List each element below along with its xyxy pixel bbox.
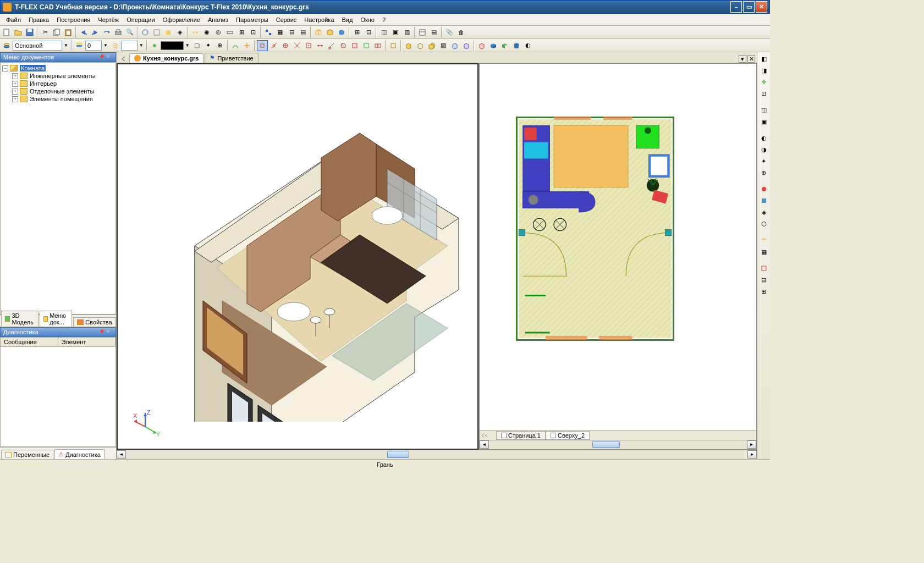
snap12-icon[interactable] (388, 40, 399, 51)
box2-icon[interactable] (415, 40, 426, 51)
tool-snap-icon[interactable]: ⊡ (363, 27, 374, 38)
tool2-c-icon[interactable]: ✦ (203, 40, 214, 51)
menu-view[interactable]: Вид (338, 15, 357, 24)
rtool-11-icon[interactable] (758, 184, 769, 195)
snap7-icon[interactable] (326, 40, 337, 51)
tab-diagnostics[interactable]: ⚠Диагностика (54, 449, 105, 459)
tool-vars-icon[interactable] (417, 27, 428, 38)
layer-name-input[interactable] (13, 41, 62, 51)
tree-item[interactable]: +Элементы помещения (2, 95, 114, 103)
menu-design[interactable]: Оформление (159, 15, 204, 24)
tool-calc-icon[interactable]: ▤ (428, 27, 439, 38)
tool-x1-icon[interactable]: ◫ (378, 27, 389, 38)
tool-e-icon[interactable] (190, 27, 201, 38)
menu-edit[interactable]: Правка (25, 15, 53, 24)
box7-icon[interactable] (476, 40, 487, 51)
tab-variables[interactable]: Переменные (1, 450, 53, 459)
rtool-7-icon[interactable]: ◐ (758, 133, 769, 143)
menu-analysis[interactable]: Анализ (204, 15, 232, 24)
rtool-1-icon[interactable]: ◧ (758, 53, 769, 64)
tool-a-icon[interactable] (140, 27, 151, 38)
box10-icon[interactable] (511, 40, 522, 51)
save-icon[interactable] (24, 27, 35, 38)
layer-num-input[interactable] (85, 41, 102, 51)
tool2-d-icon[interactable]: ⊕ (215, 40, 226, 51)
pin-icon[interactable]: 📌 (98, 329, 105, 335)
rtool-13-icon[interactable]: ◈ (758, 207, 769, 218)
tool-grid-icon[interactable]: ⊞ (351, 27, 362, 38)
redo2-icon[interactable] (101, 27, 112, 38)
menu-help[interactable]: ? (378, 15, 389, 24)
diag-col-element[interactable]: Элемент (58, 338, 116, 346)
tool-x2-icon[interactable]: ▣ (390, 27, 401, 38)
rtool-10-icon[interactable]: ⊕ (758, 167, 769, 178)
menu-drawing[interactable]: Чертёж (94, 15, 123, 24)
color-swatch[interactable] (161, 41, 184, 50)
close-panel-icon[interactable]: ✕ (106, 329, 113, 335)
menu-settings[interactable]: Настройка (300, 15, 338, 24)
2d-plan-view[interactable] (480, 64, 756, 430)
tab-menu-icon[interactable]: ▾ (739, 55, 746, 63)
tool-g-icon[interactable]: ◎ (213, 27, 224, 38)
snap1-icon[interactable] (257, 40, 268, 51)
close-button[interactable]: ✕ (756, 1, 767, 13)
doc-tab-active[interactable]: Кухня_конкурс.grs (129, 53, 204, 63)
page-tab-top[interactable]: Сверху_2 (546, 431, 590, 440)
tool-i-icon[interactable]: ⊞ (236, 27, 247, 38)
rtool-5-icon[interactable]: ◫ (758, 104, 769, 115)
pin-icon[interactable]: 📌 (98, 54, 105, 60)
box8-icon[interactable] (488, 40, 499, 51)
menu-service[interactable]: Сервис (272, 15, 301, 24)
rtool-8-icon[interactable]: ◑ (758, 144, 769, 155)
box6-icon[interactable] (461, 40, 472, 51)
tool-m-icon[interactable]: ⊟ (286, 27, 297, 38)
snap10-icon[interactable] (361, 40, 372, 51)
cut-icon[interactable]: ✂ (40, 27, 51, 38)
doc-tab-welcome[interactable]: ⚑Приветствие (205, 53, 258, 63)
menu-file[interactable]: Файл (2, 15, 25, 24)
close-panel-icon[interactable]: ✕ (106, 54, 113, 60)
tab-properties[interactable]: Свойства (73, 317, 116, 327)
snap9-icon[interactable] (349, 40, 360, 51)
tool-x3-icon[interactable]: ▨ (402, 27, 413, 38)
snap2-icon[interactable] (268, 40, 279, 51)
layer-list-icon[interactable] (74, 40, 85, 51)
tab-close-icon[interactable]: ✕ (747, 55, 755, 63)
rtool-16-icon[interactable]: ▦ (758, 246, 769, 257)
paste-icon[interactable] (63, 27, 74, 38)
tool-del-icon[interactable]: 🗑 (455, 27, 466, 38)
tree-item[interactable]: +Интерьер (2, 80, 114, 87)
rtool-2-icon[interactable]: ◨ (758, 65, 769, 76)
bullet-icon[interactable] (149, 40, 160, 51)
tree-root[interactable]: −Комната (2, 64, 114, 72)
tool-wireframe-icon[interactable] (313, 27, 324, 38)
box4-icon[interactable]: ▧ (438, 40, 449, 51)
tool-k-icon[interactable] (263, 27, 274, 38)
tab-doc-menu[interactable]: Меню док... (40, 311, 72, 327)
menu-operations[interactable]: Операции (123, 15, 158, 24)
rtool-9-icon[interactable]: ✦ (758, 156, 769, 167)
snap5-icon[interactable] (303, 40, 314, 51)
box1-icon[interactable] (403, 40, 414, 51)
tool-d-icon[interactable]: ◈ (174, 27, 185, 38)
tool-j-icon[interactable]: ⊡ (248, 27, 258, 38)
menu-constructions[interactable]: Построения (53, 15, 94, 24)
print-icon[interactable] (113, 27, 124, 38)
tool-h-icon[interactable] (224, 27, 235, 38)
page-tab-1[interactable]: Страница 1 (496, 431, 546, 440)
rtool-15-icon[interactable] (758, 235, 769, 246)
tree-item[interactable]: +Отделочные элементы (2, 87, 114, 95)
tool-f-icon[interactable]: ◉ (201, 27, 212, 38)
tool-attach-icon[interactable]: 📎 (444, 27, 455, 38)
tree-item[interactable]: +Инженерные элементы (2, 72, 114, 80)
tab-3d-model[interactable]: 3D Модель (1, 311, 38, 327)
snap11-icon[interactable] (372, 40, 383, 51)
rtool-17-icon[interactable] (758, 263, 769, 274)
tool-b-icon[interactable] (151, 27, 162, 38)
menu-parameters[interactable]: Параметры (232, 15, 272, 24)
diag-col-message[interactable]: Сообщение (1, 338, 58, 346)
box9-icon[interactable] (499, 40, 510, 51)
rtool-6-icon[interactable]: ▣ (758, 116, 769, 127)
tool2-b-icon[interactable]: ▢ (191, 40, 202, 51)
preview-icon[interactable]: 🔍 (124, 27, 135, 38)
